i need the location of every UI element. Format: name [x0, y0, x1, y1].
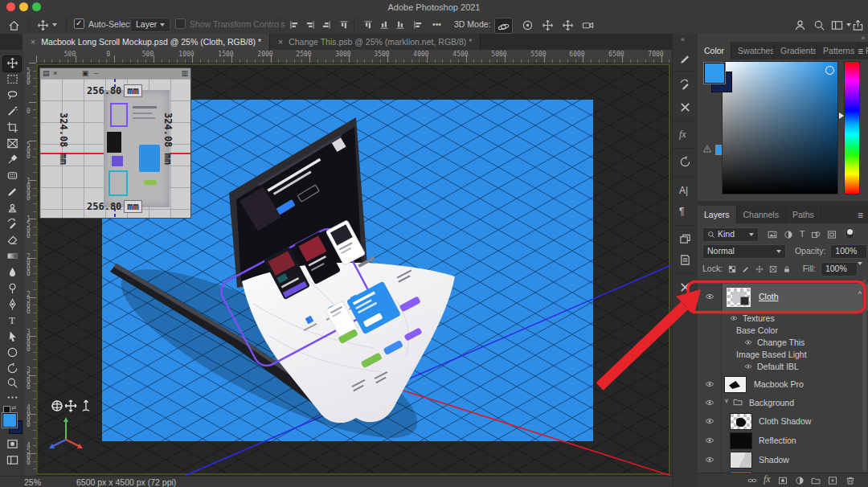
tools-panel-icon[interactable] — [679, 281, 691, 293]
visibility-eye-icon[interactable] — [705, 291, 714, 301]
status-chevron[interactable]: › — [165, 477, 168, 487]
ruler-horizontal[interactable]: 500 0 500 1000 1500 2000 2500 3000 3500 … — [36, 50, 671, 63]
filter-toggle[interactable] — [845, 227, 854, 239]
auto-select-checkbox[interactable]: Auto-Select: — [74, 18, 134, 31]
adjustment-layer-icon[interactable] — [795, 475, 805, 485]
layer-name[interactable]: Shadow — [759, 455, 789, 464]
document-tab-inactive[interactable]: ×Change This.psb @ 25% (marklion.net, RG… — [270, 34, 481, 50]
new-layer-icon[interactable] — [828, 475, 837, 485]
layers-scrollbar[interactable] — [862, 279, 866, 472]
filter-shape-icon[interactable] — [811, 229, 821, 239]
search-icon[interactable] — [813, 18, 825, 31]
blend-mode-dropdown[interactable]: Normal — [702, 244, 786, 259]
layer-name[interactable]: Change This — [757, 338, 805, 347]
close-tab-icon[interactable]: × — [31, 37, 35, 47]
view-layout-icon[interactable]: ▥ — [181, 68, 188, 79]
tab-layers[interactable]: Layers — [698, 206, 737, 223]
visibility-eye-icon[interactable] — [705, 454, 714, 464]
camera-view-icon[interactable]: ▣ — [82, 69, 89, 77]
lasso-tool[interactable] — [3, 88, 21, 104]
layer-name[interactable]: Macbook Pro — [754, 379, 804, 389]
collapse-panels-chevron[interactable]: « — [681, 35, 685, 43]
layer-thumbnail[interactable] — [730, 413, 752, 430]
brush-settings-panel-icon[interactable] — [679, 79, 691, 91]
layer-name[interactable]: Default IBL — [757, 362, 799, 371]
layer-thumbnail[interactable] — [730, 432, 752, 449]
hue-slider[interactable] — [844, 61, 860, 194]
collapse-3d-chevron[interactable]: ^ — [858, 290, 862, 298]
workspace-icon[interactable] — [831, 18, 851, 31]
brush-tool[interactable] — [3, 185, 21, 200]
3d-camera-icon[interactable] — [582, 18, 594, 31]
healing-tool[interactable] — [3, 169, 21, 184]
hue-slider-pointer[interactable] — [839, 113, 844, 119]
align-top-icon[interactable] — [363, 18, 373, 31]
align-center-h-icon[interactable] — [305, 18, 315, 31]
layer-thumbnail[interactable] — [727, 288, 751, 307]
3d-orbit-icon[interactable] — [494, 18, 513, 34]
visibility-eye-icon[interactable] — [744, 337, 752, 346]
share-icon[interactable] — [852, 18, 864, 31]
close-tab-icon[interactable]: × — [278, 37, 283, 47]
lock-position-icon[interactable] — [755, 264, 764, 273]
layer-thumbnail[interactable] — [724, 376, 747, 393]
filter-kind-dropdown[interactable]: Kind — [702, 227, 759, 242]
shape-tool[interactable] — [3, 346, 21, 361]
layer-name[interactable]: Cloth — [759, 292, 779, 301]
gradient-tool[interactable] — [3, 249, 21, 264]
filter-adjustment-icon[interactable] — [784, 229, 793, 239]
filter-smart-object-icon[interactable] — [827, 229, 837, 239]
panel-menu-icon[interactable]: ≡ — [858, 46, 863, 57]
opacity-value[interactable]: 100% — [830, 244, 867, 259]
swap-colors-icon[interactable]: ⇄ — [11, 404, 17, 411]
tool-presets-panel-icon[interactable] — [679, 101, 691, 113]
foreground-color-swatch[interactable] — [704, 63, 725, 84]
layer-row-shadow[interactable]: Shadow — [698, 451, 868, 470]
zoom-level[interactable]: 25% — [24, 477, 41, 487]
panel-menu-icon[interactable]: ≡ — [858, 210, 863, 221]
home-icon[interactable] — [8, 18, 20, 31]
collapse-view-icon[interactable]: – — [94, 69, 98, 77]
zoom-tool[interactable] — [3, 376, 21, 391]
clone-source-panel-icon[interactable] — [679, 233, 691, 245]
align-left-icon[interactable] — [289, 18, 299, 31]
object-selection-tool[interactable] — [3, 104, 21, 120]
rotate-view-tool[interactable] — [3, 362, 21, 377]
frame-tool[interactable] — [3, 137, 21, 152]
layer-row-change-this[interactable]: Change This — [698, 337, 868, 348]
layer-row-base-color[interactable]: Base Color — [698, 325, 868, 336]
align-middle-icon[interactable] — [379, 18, 389, 31]
canvas[interactable]: ▤ × ▣ – ▥ 2 — [36, 63, 671, 476]
3d-roll-icon[interactable] — [522, 18, 534, 31]
align-bottom-icon[interactable] — [395, 18, 405, 31]
more-options-icon[interactable]: ••• — [432, 18, 441, 31]
color-field-selector[interactable] — [825, 66, 834, 75]
lock-artboard-icon[interactable] — [769, 264, 777, 273]
type-tool[interactable]: T — [3, 313, 21, 329]
visibility-eye-icon[interactable] — [705, 435, 714, 445]
tab-gradients[interactable]: Gradients — [774, 42, 817, 59]
layer-row-default-ibl[interactable]: Default IBL — [698, 361, 868, 372]
layer-style-icon[interactable]: fx — [764, 473, 771, 485]
layer-row-macbook-pro[interactable]: Macbook Pro — [698, 375, 868, 395]
eyedropper-tool[interactable] — [3, 153, 21, 168]
visibility-eye-icon[interactable] — [705, 379, 714, 389]
layer-name[interactable]: Background — [749, 398, 794, 407]
foreground-color-swatch[interactable] — [2, 413, 17, 428]
lock-transparency-icon[interactable] — [728, 264, 736, 273]
dodge-tool[interactable] — [3, 281, 21, 297]
delete-layer-icon[interactable] — [845, 475, 855, 485]
link-layers-icon[interactable] — [747, 475, 757, 485]
show-transform-checkbox[interactable]: Show Transform Controls — [175, 18, 285, 31]
visibility-eye-icon[interactable] — [744, 361, 752, 370]
pen-tool[interactable] — [3, 297, 21, 313]
3d-pan-icon[interactable] — [542, 18, 554, 31]
tab-patterns[interactable]: Patterns — [817, 42, 859, 59]
visibility-eye-icon[interactable] — [730, 313, 738, 322]
fill-value[interactable]: 100% — [821, 262, 858, 276]
ruler-vertical[interactable]: 500 0 500 1000 1500 2000 2500 3000 3500 … — [24, 63, 37, 476]
align-right-icon[interactable] — [321, 18, 331, 31]
new-group-icon[interactable] — [811, 475, 821, 485]
filter-pixel-icon[interactable] — [768, 229, 777, 239]
move-tool[interactable] — [3, 56, 21, 72]
